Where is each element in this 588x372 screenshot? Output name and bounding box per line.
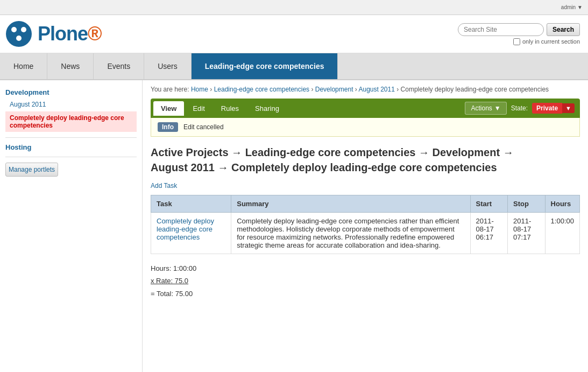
content-tabs-bar: View Edit Rules Sharing Actions ▼ State:… xyxy=(151,99,580,118)
sidebar: Development August 2011 Completely deplo… xyxy=(0,80,143,372)
content-area: You are here: Home › Leading-edge core c… xyxy=(143,80,588,372)
hours-line: Hours: 1:00:00 xyxy=(151,262,580,275)
search-input[interactable] xyxy=(458,23,544,36)
table-body: Completely deploy leading-edge core comp… xyxy=(151,213,580,254)
cell-start: 2011-08-17 06:17 xyxy=(470,213,508,254)
task-link[interactable]: Completely deploy leading-edge core comp… xyxy=(157,217,214,241)
tab-sharing[interactable]: Sharing xyxy=(247,101,287,116)
add-task-link[interactable]: Add Task xyxy=(151,182,177,189)
rate-label: x Rate: 75.0 xyxy=(151,277,188,285)
tab-view[interactable]: View xyxy=(153,101,184,116)
rate-line: x Rate: 75.0 xyxy=(151,275,580,287)
svg-point-2 xyxy=(21,27,26,32)
table-row: Completely deploy leading-edge core comp… xyxy=(151,213,580,254)
header: Plone® Search only in current section xyxy=(0,15,588,53)
main-nav: Home News Events Users Leading-edge core… xyxy=(0,53,588,80)
top-bar: admin ▼ xyxy=(0,0,588,15)
cell-stop: 2011-08-17 07:17 xyxy=(508,213,546,254)
breadcrumb-august-2011[interactable]: August 2011 xyxy=(359,86,395,93)
plone-logo-icon xyxy=(5,20,32,47)
manage-portlets-button[interactable]: Manage portlets xyxy=(5,163,58,177)
tab-edit[interactable]: Edit xyxy=(185,101,212,116)
info-label: Info xyxy=(158,122,178,132)
cell-summary: Completely deploy leading-edge core comp… xyxy=(231,213,470,254)
actions-label: Actions xyxy=(471,104,492,112)
only-current-section-row: only in current section xyxy=(513,38,580,45)
search-row: Search xyxy=(458,23,580,36)
cell-hours: 1:00:00 xyxy=(545,213,579,254)
content-tabs-right: Actions ▼ State: Private ▼ xyxy=(465,102,575,115)
actions-dropdown-icon: ▼ xyxy=(494,104,501,112)
admin-dropdown-icon: ▼ xyxy=(577,4,583,10)
table-header-row: Task Summary Start Stop Hours xyxy=(151,195,580,213)
nav-item-news[interactable]: News xyxy=(47,53,94,79)
sidebar-separator xyxy=(5,137,137,138)
nav-item-users[interactable]: Users xyxy=(144,53,192,79)
nav-item-home[interactable]: Home xyxy=(0,53,47,79)
admin-menu[interactable]: admin ▼ xyxy=(561,4,583,10)
content-tabs-left: View Edit Rules Sharing xyxy=(153,101,287,116)
nav-item-events[interactable]: Events xyxy=(94,53,144,79)
info-message: Edit cancelled xyxy=(183,123,224,131)
admin-label: admin xyxy=(561,4,576,10)
search-button[interactable]: Search xyxy=(547,23,580,36)
sidebar-separator-2 xyxy=(5,157,137,157)
breadcrumb: You are here: Home › Leading-edge core c… xyxy=(151,86,580,93)
svg-point-0 xyxy=(6,21,32,47)
state-label: State: xyxy=(511,104,528,112)
breadcrumb-current: Completely deploy leading-edge core comp… xyxy=(401,86,549,93)
actions-button[interactable]: Actions ▼ xyxy=(465,102,506,115)
sidebar-item-august-2011[interactable]: August 2011 xyxy=(5,99,137,110)
breadcrumb-home[interactable]: Home xyxy=(191,86,208,93)
nav-item-leading-edge[interactable]: Leading-edge core competencies xyxy=(192,53,338,79)
hours-label: Hours: xyxy=(151,264,171,272)
breadcrumb-leading-edge[interactable]: Leading-edge core competencies xyxy=(214,86,309,93)
hours-value: 1:00:00 xyxy=(173,264,196,272)
svg-point-1 xyxy=(11,27,17,32)
sidebar-section-development[interactable]: Development xyxy=(5,88,137,96)
logo-text[interactable]: Plone® xyxy=(38,23,102,45)
logo-area: Plone® xyxy=(5,20,102,47)
tasks-table: Task Summary Start Stop Hours Completely… xyxy=(151,195,580,254)
sidebar-item-active[interactable]: Completely deploy leading-edge core comp… xyxy=(5,111,137,132)
sidebar-item-hosting[interactable]: Hosting xyxy=(5,143,137,151)
search-area: Search only in current section xyxy=(458,23,580,45)
col-task: Task xyxy=(151,195,231,213)
breadcrumb-development[interactable]: Development xyxy=(315,86,353,93)
only-current-section-checkbox[interactable] xyxy=(513,38,520,45)
total-label: = Total: 75.00 xyxy=(151,290,193,298)
state-badge[interactable]: Private xyxy=(532,103,562,114)
col-hours: Hours xyxy=(545,195,579,213)
cell-task: Completely deploy leading-edge core comp… xyxy=(151,213,231,254)
col-stop: Stop xyxy=(508,195,546,213)
main-layout: Development August 2011 Completely deplo… xyxy=(0,80,588,372)
total-line: = Total: 75.00 xyxy=(151,287,580,300)
hours-summary: Hours: 1:00:00 x Rate: 75.0 = Total: 75.… xyxy=(151,262,580,300)
only-current-section-label: only in current section xyxy=(522,38,580,45)
state-dropdown-icon[interactable]: ▼ xyxy=(562,103,575,113)
info-bar: Info Edit cancelled xyxy=(151,118,580,137)
col-start: Start xyxy=(470,195,508,213)
svg-point-3 xyxy=(16,36,22,41)
tab-rules[interactable]: Rules xyxy=(214,101,246,116)
page-title: Active Projects → Leading-edge core comp… xyxy=(151,145,580,175)
col-summary: Summary xyxy=(231,195,470,213)
